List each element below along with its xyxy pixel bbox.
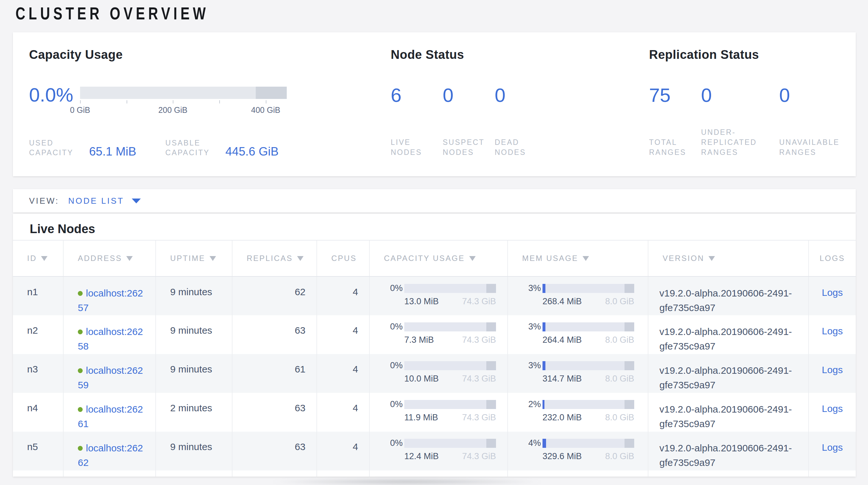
logs-link[interactable]: Logs [822,325,843,336]
view-selected-value: NODE LIST [68,196,124,206]
usage-bar [542,284,634,293]
usage-bar-tail [624,284,634,293]
column-header-replicas[interactable]: REPLICAS [232,240,317,277]
column-header-capacity-usage[interactable]: CAPACITY USAGE [369,240,507,277]
usage-total-value: 74.3 GiB [462,296,496,307]
column-header-id[interactable]: ID [13,240,63,277]
address-link[interactable]: localhost:26258 [78,326,143,351]
usage-total-value: 8.0 GiB [605,296,634,307]
capacity-stats: USED CAPACITY 65.1 MiB USABLE CAPACITY 4… [29,138,391,158]
cell-uptime: 9 minutes [156,277,232,315]
usage-percent: 0% [381,322,403,332]
logs-link[interactable]: Logs [822,287,843,298]
cell-logs: Logs [809,354,856,393]
cell-replicas: 63 [232,315,317,354]
logs-link[interactable]: Logs [822,442,843,453]
live-status-dot-icon [78,446,83,451]
column-label: CPUS [331,254,357,262]
usage-used-value: 264.4 MiB [542,335,582,345]
usage-meter: 0%7.3 MiB74.3 GiB [381,322,507,345]
address-link[interactable]: localhost:26261 [78,404,143,429]
address-link[interactable]: localhost:26262 [78,443,143,468]
node-row: n5localhost:262629 minutes6340%12.4 MiB7… [13,432,856,470]
column-header-mem-usage[interactable]: MEM USAGE [507,240,648,277]
view-bar: VIEW: NODE LIST [13,189,856,212]
view-selector[interactable]: NODE LIST [68,196,141,206]
cell-logs: Logs [809,277,856,315]
usage-meter: 0%10.0 MiB74.3 GiB [381,361,507,384]
cell-address: localhost:26262 [63,432,156,470]
usage-bar [542,361,634,370]
axis-tick [219,100,220,104]
capacity-axis-ticks [80,99,287,104]
used-capacity-label: USED CAPACITY [29,138,85,158]
address-link[interactable]: localhost:26257 [78,288,143,313]
sort-caret-icon [469,256,476,261]
status-label: DEAD NODES [495,137,547,158]
column-label: UPTIME [170,254,206,262]
partial-cell [809,470,856,477]
logs-link[interactable]: Logs [822,403,843,414]
column-label: REPLICAS [247,254,293,262]
cell-node-id: n2 [13,315,63,354]
usage-bar-tail [486,322,496,332]
logs-link[interactable]: Logs [822,364,843,375]
usage-bar-tail [486,400,496,409]
live-status-dot-icon [78,368,83,373]
live-status-dot-icon [78,330,83,334]
cell-cpus: 4 [317,315,369,354]
status-item: 0DEAD NODES [495,87,547,158]
status-value: 0 [443,85,495,106]
cell-replicas: 61 [232,354,317,393]
usage-used-value: 329.6 MiB [542,451,582,461]
status-item: 6LIVE NODES [391,87,443,158]
usable-capacity-value: 445.6 GiB [225,146,279,158]
usable-capacity-stat: USABLE CAPACITY 445.6 GiB [165,138,279,158]
cell-version: v19.2.0-alpha.20190606-2491-gfe735c9a97 [648,432,809,470]
usage-total-value: 8.0 GiB [605,451,634,461]
partial-cell [369,470,507,477]
chevron-down-icon [132,199,141,203]
status-value: 0 [779,85,856,106]
axis-label: 0 GiB [70,106,90,115]
cell-node-id: n3 [13,354,63,393]
node-row: n1localhost:262579 minutes6240%13.0 MiB7… [13,277,856,315]
column-header-address[interactable]: ADDRESS [63,240,156,277]
cell-node-id: n1 [13,277,63,315]
usage-bar-tail [486,439,496,448]
usage-bar-tail [624,322,634,332]
replication-status-section: Replication Status 75TOTAL RANGES0UNDER-… [649,47,856,158]
status-item: 0SUSPECT NODES [443,87,495,158]
usage-percent: 0% [381,438,403,448]
live-status-dot-icon [78,407,83,412]
usable-capacity-label: USABLE CAPACITY [165,138,221,158]
cell-version: v19.2.0-alpha.20190606-2491-gfe735c9a97 [648,393,809,432]
column-label: ID [27,254,37,262]
cell-mem-usage: 3%268.4 MiB8.0 GiB [507,277,648,315]
usage-used-value: 10.0 MiB [404,374,439,384]
cell-address: localhost:26261 [63,393,156,432]
cell-replicas: 63 [232,393,317,432]
usage-percent: 2% [520,399,541,409]
usage-bar [404,361,496,370]
column-header-uptime[interactable]: UPTIME [156,240,232,277]
cell-version: v19.2.0-alpha.20190606-2491-gfe735c9a97 [648,354,809,393]
address-link[interactable]: localhost:26259 [78,365,143,390]
status-label: TOTAL RANGES [649,137,701,158]
cell-cpus: 4 [317,354,369,393]
status-value: 6 [391,85,443,106]
partial-cell [232,470,317,477]
usage-bar-fill [542,284,546,293]
node-row: n4localhost:262612 minutes6340%11.9 MiB7… [13,393,856,432]
usage-bar [404,400,496,409]
usage-percent: 0% [381,283,403,293]
usage-meter: 4%329.6 MiB8.0 GiB [520,438,648,461]
column-header-version[interactable]: VERSION [648,240,809,277]
cell-capacity-usage: 0%11.9 MiB74.3 GiB [369,393,507,432]
live-nodes-header: Live Nodes [13,214,856,240]
header-row: IDADDRESSUPTIMEREPLICASCPUSCAPACITY USAG… [13,240,856,277]
sort-caret-icon [583,256,589,261]
usage-meter: 0%13.0 MiB74.3 GiB [381,283,507,307]
sort-caret-icon [41,256,48,261]
live-nodes-table: IDADDRESSUPTIMEREPLICASCPUSCAPACITY USAG… [13,240,856,477]
